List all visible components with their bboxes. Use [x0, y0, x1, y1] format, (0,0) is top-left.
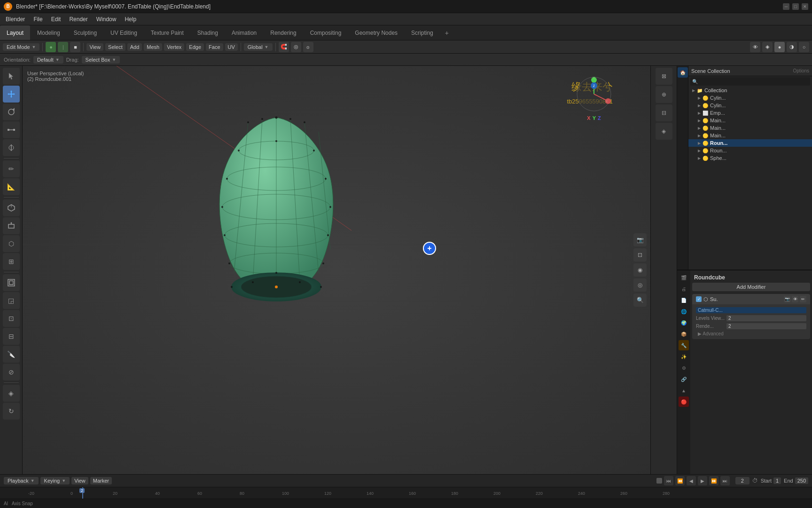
menu-file[interactable]: File [30, 15, 46, 24]
offset-edge-loop-tool[interactable]: ⊟ [3, 328, 20, 345]
timeline-ruler[interactable]: 2 -20 0 20 40 60 80 100 120 140 160 180 … [0, 487, 812, 499]
timeline-view-btn[interactable]: View [71, 477, 88, 484]
minimize-button[interactable]: ─ [783, 3, 789, 10]
jump-end-btn[interactable]: ⏭ [720, 476, 730, 485]
navigation-gizmo[interactable]: X Y Z X Y Z [575, 75, 613, 113]
extrude-individual-tool[interactable]: ⊞ [3, 253, 20, 270]
close-button[interactable]: ✕ [802, 3, 808, 10]
view-menu[interactable]: View [86, 43, 103, 51]
data-btn[interactable]: ▲ [679, 385, 689, 396]
material-mode-btn[interactable]: ◑ [787, 42, 797, 52]
tab-modeling[interactable]: Modeling [31, 25, 67, 40]
modifier-enable-checkbox[interactable]: ✓ [696, 296, 702, 302]
mode-dropdown[interactable]: Edit Mode ▼ [3, 43, 39, 51]
catmull-value[interactable]: Catmull-C... [696, 307, 806, 313]
step-forward-btn[interactable]: ⏩ [709, 476, 718, 485]
measure-tool[interactable]: 📐 [3, 178, 20, 195]
object-props-btn[interactable]: 📦 [679, 329, 689, 339]
add-workspace-button[interactable]: + [440, 26, 453, 40]
playback-dropdown[interactable]: Playback ▼ [4, 477, 39, 484]
tab-scripting[interactable]: Scripting [405, 25, 440, 40]
modifier-camera-icon[interactable]: 📷 [784, 296, 790, 302]
search-icon[interactable]: 🔍 [633, 294, 647, 307]
menu-edit[interactable]: Edit [47, 15, 65, 24]
outliner-item-3[interactable]: ▶ 🟡 Main... [688, 117, 812, 124]
world-props-btn[interactable]: 🌍 [679, 318, 689, 328]
select-box-dropdown[interactable]: Select Box ▼ [82, 56, 120, 64]
render-mode-btn[interactable]: ○ [799, 42, 809, 52]
outliner-item-collection[interactable]: ▶ 📁 Collection [688, 87, 812, 94]
menu-window[interactable]: Window [93, 15, 120, 24]
cursor-tool[interactable] [3, 68, 20, 85]
edge-menu[interactable]: Edge [186, 43, 204, 51]
poly-build-tool[interactable]: ◈ [3, 385, 20, 402]
edge-mode-btn[interactable]: | [58, 42, 68, 52]
select-menu[interactable]: Select [105, 43, 125, 51]
vertex-menu[interactable]: Vertex [164, 43, 184, 51]
render-value[interactable]: 2 [726, 323, 806, 329]
perspective-icon[interactable]: ⊡ [633, 248, 647, 262]
add-menu[interactable]: Add [127, 43, 142, 51]
mesh-menu[interactable]: Mesh [144, 43, 162, 51]
proportional-edit-btn[interactable]: ◎ [291, 42, 301, 52]
outliner-item-2[interactable]: ▶ ⬜ Emp... [688, 109, 812, 117]
rotate-tool[interactable] [3, 103, 20, 120]
step-back-btn[interactable]: ⏪ [675, 476, 685, 485]
outliner-item-5[interactable]: ▶ 🟡 Main... [688, 132, 812, 139]
tab-compositing[interactable]: Compositing [304, 25, 348, 40]
modifier-props-btn active-orange[interactable]: 🔧 [679, 340, 689, 350]
tab-animation[interactable]: Animation [225, 25, 263, 40]
current-frame[interactable]: 2 [735, 477, 750, 484]
outliner-item-1[interactable]: ▶ 🟡 Cylin... [688, 102, 812, 109]
inset-faces-tool[interactable] [3, 274, 20, 291]
physics-btn[interactable]: ⚙ [679, 363, 689, 373]
extrude-region-tool[interactable] [3, 199, 20, 216]
scene-props-btn[interactable]: 🌐 [679, 306, 689, 317]
keying-dropdown[interactable]: Keying ▼ [40, 477, 70, 484]
outliner-search[interactable]: 🔍 [690, 77, 810, 86]
snap-btn[interactable]: 🧲 [279, 42, 289, 52]
menu-render[interactable]: Render [65, 15, 91, 24]
particles-btn[interactable]: ✨ [679, 351, 689, 362]
levels-view-value[interactable]: 2 [726, 315, 806, 321]
output-props-btn[interactable]: 🖨 [679, 284, 689, 294]
tab-layout[interactable]: Layout [0, 25, 30, 40]
outliner-item-6-active[interactable]: ▶ 🟡 Roun... [688, 139, 812, 147]
face-menu[interactable]: Face [206, 43, 223, 51]
outliner-item-7[interactable]: ▶ 🟡 Roun... [688, 147, 812, 154]
tab-texture-paint[interactable]: Texture Paint [144, 25, 190, 40]
modifier-edit-icon[interactable]: ✏ [800, 296, 806, 302]
material-btn[interactable]: 🔴 [679, 397, 689, 407]
outliner-item-0[interactable]: ▶ 🟡 Cylin... [688, 94, 812, 102]
play-back-btn[interactable]: ◀ [687, 476, 696, 485]
maximize-button[interactable]: □ [792, 3, 799, 10]
view-3d-btn[interactable]: ⊟ [656, 104, 672, 121]
extrude-manifold-tool[interactable] [3, 217, 20, 234]
viewport-overlays-btn[interactable]: ⊠ [656, 68, 672, 85]
view-layer-btn[interactable]: 📄 [679, 295, 689, 305]
outliner-item-8[interactable]: ▶ 🟡 Sphe... [688, 154, 812, 162]
tab-uv-editing[interactable]: UV Editing [104, 25, 144, 40]
constraints-btn[interactable]: 🔗 [679, 374, 689, 384]
tab-shading[interactable]: Shading [191, 25, 225, 40]
loop-cut-tool[interactable]: ⊡ [3, 310, 20, 327]
menu-blender[interactable]: Blender [2, 15, 29, 24]
end-value[interactable]: 250 [795, 477, 808, 484]
face-mode-btn[interactable]: ■ [70, 42, 80, 52]
transform-tool[interactable] [3, 139, 20, 156]
jump-start-btn[interactable]: ⏮ [664, 476, 673, 485]
default-dropdown[interactable]: Default ▼ [33, 56, 63, 64]
scale-tool[interactable] [3, 121, 20, 138]
outliner-item-4[interactable]: ▶ 🟡 Main... [688, 124, 812, 132]
knife-tool[interactable]: 🔪 [3, 346, 20, 363]
add-modifier-button[interactable]: Add Modifier [692, 283, 810, 291]
tab-sculpting[interactable]: Sculpting [67, 25, 103, 40]
viewport[interactable]: User Perspective (Local) (2) Roundcube.0… [23, 66, 650, 474]
scene-collection-icon[interactable]: 🏠 [678, 67, 688, 78]
record-stop-btn[interactable] [656, 478, 662, 484]
annotate-tool[interactable]: ✏ [3, 160, 20, 177]
uv-menu[interactable]: UV [225, 43, 238, 51]
xray-btn[interactable]: ◈ [762, 42, 773, 52]
viewport-overlay-icon[interactable]: ◎ [633, 278, 647, 292]
marker-btn[interactable]: Marker [90, 477, 112, 484]
